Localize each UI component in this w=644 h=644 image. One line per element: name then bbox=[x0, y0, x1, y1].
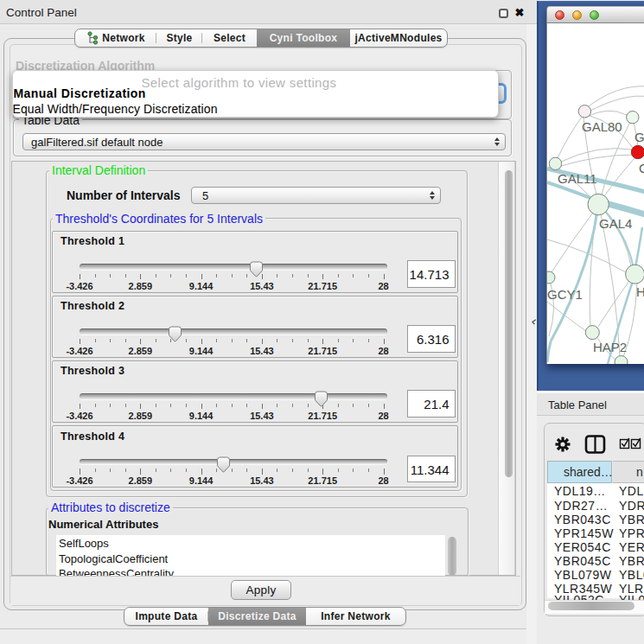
svg-text:GAL80: GAL80 bbox=[582, 119, 622, 134]
svg-text:GCY1: GCY1 bbox=[547, 287, 583, 302]
svg-text:C: C bbox=[639, 161, 644, 175]
svg-text:HAP2: HAP2 bbox=[593, 340, 627, 354]
svg-text:H: H bbox=[636, 284, 644, 299]
svg-text:GAL4: GAL4 bbox=[599, 216, 632, 231]
svg-text:GAL11: GAL11 bbox=[558, 171, 597, 186]
svg-text:G.: G. bbox=[634, 130, 644, 144]
